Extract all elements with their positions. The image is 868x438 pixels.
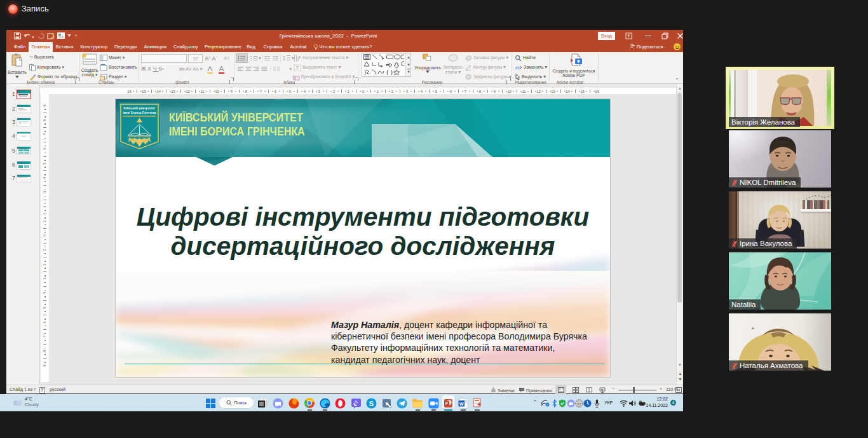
svg-text:W: W (459, 401, 463, 406)
svg-text:S: S (369, 399, 373, 407)
svg-text:ІМЕНІ БОРИСА ГРІНЧЕНКА: ІМЕНІ БОРИСА ГРІНЧЕНКА (169, 125, 305, 138)
svg-text:ab: ab (515, 65, 520, 71)
svg-text:P: P (445, 400, 448, 405)
svg-text:Київський університет: Київський університет (124, 106, 156, 110)
svg-text:КИЇВСЬКИЙ УНІВЕРСИТЕТ: КИЇВСЬКИЙ УНІВЕРСИТЕТ (169, 111, 303, 124)
svg-text:імені Бориса Грінченка: імені Бориса Грінченка (123, 111, 157, 114)
